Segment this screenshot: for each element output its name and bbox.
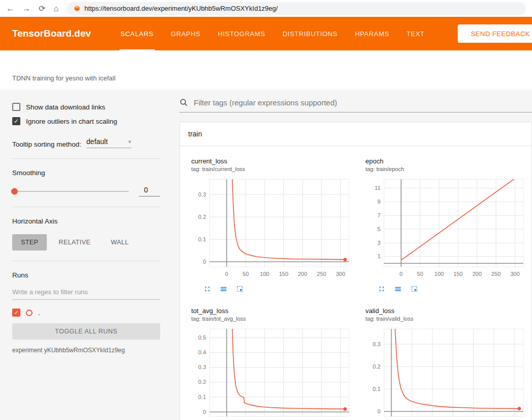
chart-canvas[interactable]: 1357911050100150200250300 [359,175,528,280]
svg-text:300: 300 [336,271,345,277]
train-group-card: train current_loss tag: train/current_lo… [180,122,532,420]
nav-tabs: SCALARS GRAPHS HISTOGRAMS DISTRIBUTIONS … [120,17,426,50]
svg-text:0: 0 [203,259,206,265]
home-icon[interactable]: ⌂ [53,5,58,13]
data-table-icon[interactable] [394,285,402,293]
runs-filter-input[interactable] [12,288,160,300]
experiment-id-note: experiment yKUbhb5wRmOSXYkId1z9eg [12,347,160,354]
run-name: . [38,309,40,317]
chart-toolbar [203,285,356,293]
svg-text:150: 150 [279,271,288,277]
filter-tags-input[interactable] [193,98,532,107]
chevron-down-icon: ▾ [128,138,131,145]
data-table-icon[interactable] [220,285,227,293]
tooltip-sorting-value: default [86,137,108,146]
chart-title: current_loss [191,157,356,165]
chart-plot[interactable]: 00.10.20.350100150200250300 [359,325,530,420]
svg-text:200: 200 [298,271,307,277]
forward-icon[interactable]: → [22,5,31,13]
fullscreen-icon[interactable] [203,285,211,293]
site-favicon-icon [74,5,80,12]
chart-plot[interactable]: 00.10.20.30.40.5050100150200250300 [184,325,356,420]
svg-text:7: 7 [377,212,380,218]
chart-tag: tag: train/epoch [366,166,530,172]
tab-text[interactable]: TEXT [405,17,426,50]
chart-canvas[interactable]: 00.10.20.30.40.5050100150200250300 [184,325,354,420]
brand-title: TensorBoard.dev [12,28,91,39]
svg-text:0.1: 0.1 [372,386,380,392]
fullscreen-icon[interactable] [378,285,386,293]
chart-plot[interactable]: 1357911050100150200250300 [359,175,530,282]
subheader: TDNN training for yesno with icefall [0,50,532,90]
svg-text:0: 0 [399,271,402,277]
smoothing-label: Smoothing [12,169,160,177]
send-feedback-button[interactable]: SEND FEEDBACK [458,24,532,43]
svg-text:5: 5 [377,226,380,232]
svg-text:0.2: 0.2 [198,214,206,220]
svg-text:11: 11 [374,185,380,191]
tab-graphs[interactable]: GRAPHS [170,17,202,50]
svg-text:0.1: 0.1 [198,236,206,242]
ignore-outliers-checkbox-row[interactable]: Ignore outliers in chart scaling [12,117,160,125]
address-bar[interactable]: https://tensorboard.dev/experiment/yKUbh… [67,2,526,15]
svg-text:9: 9 [377,199,380,205]
run-row[interactable]: . [12,309,160,317]
chart-plot[interactable]: 00.10.20.3050100150200250300 [184,175,356,282]
run-checkbox-icon[interactable] [12,309,20,317]
chart-canvas[interactable]: 00.10.20.3050100150200250300 [184,175,354,280]
show-download-links-label: Show data download links [26,103,105,111]
checkbox-unchecked-icon[interactable] [12,103,20,111]
fit-domain-icon[interactable] [410,285,418,293]
axis-step-button[interactable]: STEP [12,234,47,250]
svg-text:250: 250 [491,271,500,277]
tab-histograms[interactable]: HISTOGRAMS [217,17,266,50]
svg-text:0.3: 0.3 [372,341,380,347]
tab-distributions[interactable]: DISTRIBUTIONS [281,17,338,50]
checkbox-checked-icon[interactable] [12,117,20,125]
chart-card: tot_avg_loss tag: train/tot_avg_loss 00.… [184,300,356,420]
run-color-circle-icon [26,310,33,316]
search-icon [180,98,188,107]
svg-text:0: 0 [225,271,228,277]
smoothing-slider-thumb[interactable] [11,188,18,194]
svg-text:0.1: 0.1 [198,394,206,400]
svg-text:50: 50 [417,271,423,277]
svg-text:1: 1 [377,253,380,259]
chart-title: tot_avg_loss [191,307,356,315]
svg-text:0.4: 0.4 [198,349,206,355]
show-download-links-checkbox-row[interactable]: Show data download links [12,103,160,111]
tag-filter-row [180,98,532,113]
back-icon[interactable]: ← [6,5,14,13]
svg-text:0.2: 0.2 [372,363,380,370]
app-header: TensorBoard.dev SCALARS GRAPHS HISTOGRAM… [0,17,532,50]
horizontal-axis-label: Horizontal Axis [12,217,160,225]
smoothing-value-input[interactable] [139,186,160,197]
svg-text:150: 150 [453,271,462,277]
reload-icon[interactable]: ⟳ [39,5,45,13]
tooltip-sorting-label: Tooltip sorting method: [12,141,81,148]
content: Show data download links Ignore outliers… [0,90,532,420]
group-header-train[interactable]: train [180,122,531,146]
svg-text:50: 50 [243,271,249,277]
svg-text:0.3: 0.3 [198,364,206,370]
toggle-all-runs-button[interactable]: TOGGLE ALL RUNS [12,323,160,340]
smoothing-slider[interactable] [12,191,129,192]
chart-tag: tag: train/current_loss [191,166,356,172]
svg-text:0: 0 [203,409,206,415]
chart-card: current_loss tag: train/current_loss 00.… [184,150,356,293]
svg-text:250: 250 [317,271,326,277]
svg-text:200: 200 [472,271,481,277]
tooltip-sorting-select[interactable]: default ▾ [86,137,131,148]
tab-scalars[interactable]: SCALARS [120,17,155,50]
experiment-title: TDNN training for yesno with icefall [12,74,115,82]
svg-text:0.5: 0.5 [198,334,206,341]
browser-toolbar: ← → ⟳ ⌂ https://tensorboard.dev/experime… [0,0,532,17]
fit-domain-icon[interactable] [236,285,244,293]
chart-toolbar [378,285,530,293]
axis-relative-button[interactable]: RELATIVE [50,234,99,250]
svg-text:100: 100 [434,271,444,277]
tab-hparams[interactable]: HPARAMS [354,17,391,50]
chart-tag: tag: train/valid_loss [366,316,530,322]
axis-wall-button[interactable]: WALL [102,234,137,250]
chart-canvas[interactable]: 00.10.20.350100150200250300 [359,325,528,420]
